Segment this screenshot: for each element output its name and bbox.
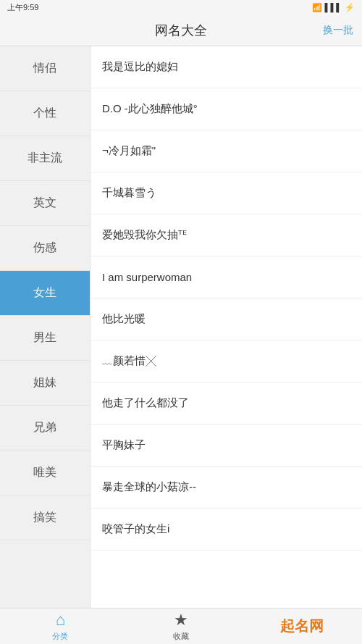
sidebar-label-male: 男生 — [33, 330, 56, 346]
sidebar-item-aesthetic[interactable]: 唯美 — [0, 451, 90, 495]
list-item[interactable]: 平胸妹子 — [90, 425, 362, 467]
sidebar-item-female[interactable]: 女生 — [0, 271, 90, 316]
sidebar-label-female: 女生 — [33, 285, 56, 301]
status-time: 上午9:59 — [7, 2, 38, 13]
sidebar-item-male[interactable]: 男生 — [0, 316, 90, 361]
battery-icon: ⚡ — [345, 3, 355, 12]
list-item[interactable]: 暴走全球的小菇凉-- — [90, 467, 362, 509]
list-item[interactable]: I am surperwoman — [90, 256, 362, 298]
sidebar-item-english[interactable]: 英文 — [0, 181, 90, 226]
content-list: 我是逗比的媳妇 D.O -此心独醉他城° ¬冷月如霜" 千城暮雪う 爱她毁我你欠… — [90, 46, 362, 608]
tab-category-label: 分类 — [52, 631, 68, 642]
list-item-text: 千城暮雪う — [102, 186, 156, 200]
tab-logo[interactable]: 起名网 — [241, 609, 362, 644]
list-item[interactable]: 爱她毁我你欠抽ᵀᴱ — [90, 214, 362, 256]
home-icon: ⌂ — [56, 611, 65, 630]
tab-bar: ⌂ 分类 ★ 收藏 起名网 — [0, 608, 362, 644]
list-item-text: 暴走全球的小菇凉-- — [102, 480, 196, 494]
list-item[interactable]: 他走了什么都没了 — [90, 382, 362, 425]
sidebar-label-funny: 搞笑 — [33, 510, 56, 525]
sidebar-label-emotional: 伤感 — [33, 241, 56, 256]
sidebar-item-brothers[interactable]: 兄弟 — [0, 406, 90, 451]
sidebar-item-funny[interactable]: 搞笑 — [0, 495, 90, 540]
star-icon: ★ — [174, 611, 188, 630]
list-item-text: 他比光暖 — [102, 312, 146, 326]
status-icons: 📶 ▌▌▌ ⚡ — [312, 3, 355, 12]
list-item[interactable]: 千城暮雪う — [90, 172, 362, 214]
sidebar-label-aesthetic: 唯美 — [33, 465, 56, 480]
sidebar-item-couple[interactable]: 情侣 — [0, 46, 90, 91]
sidebar-item-sisters[interactable]: 姐妹 — [0, 361, 90, 406]
list-item-text: 他走了什么都没了 — [102, 396, 189, 410]
sidebar-label-sisters: 姐妹 — [33, 375, 56, 390]
list-item-text: I am surperwoman — [102, 271, 192, 283]
list-item-text: ﹏颜若惜╳ — [102, 354, 156, 368]
list-item-text: 平胸妹子 — [102, 438, 146, 452]
sidebar-item-personality[interactable]: 个性 — [0, 91, 90, 136]
wifi-icon: 📶 — [312, 3, 322, 12]
list-item[interactable]: 他比光暖 — [90, 298, 362, 340]
sidebar-item-nonmainstream[interactable]: 非主流 — [0, 136, 90, 181]
list-item[interactable]: 我是逗比的媳妇 — [90, 46, 362, 88]
sidebar-label-personality: 个性 — [33, 106, 56, 121]
tab-favorites-label: 收藏 — [173, 631, 189, 642]
list-item-text: D.O -此心独醉他城° — [102, 102, 198, 116]
list-item[interactable]: 咬管子的女生i — [90, 509, 362, 551]
list-item-text: 爱她毁我你欠抽ᵀᴱ — [102, 228, 187, 242]
brand-logo: 起名网 — [280, 616, 324, 636]
list-item[interactable]: D.O -此心独醉他城° — [90, 88, 362, 130]
header-title: 网名大全 — [155, 22, 207, 39]
sidebar-label-brothers: 兄弟 — [33, 420, 56, 435]
signal-icon: ▌▌▌ — [325, 3, 342, 12]
tab-category[interactable]: ⌂ 分类 — [0, 609, 121, 644]
refresh-button[interactable]: 换一批 — [323, 24, 353, 37]
status-bar: 上午9:59 📶 ▌▌▌ ⚡ — [0, 0, 362, 14]
sidebar-label-nonmainstream: 非主流 — [28, 151, 62, 166]
list-item[interactable]: ﹏颜若惜╳ — [90, 340, 362, 382]
list-item-text: 我是逗比的媳妇 — [102, 60, 178, 74]
list-item-text: 咬管子的女生i — [102, 522, 169, 536]
list-item[interactable]: ¬冷月如霜" — [90, 130, 362, 172]
sidebar: 情侣 个性 非主流 英文 伤感 女生 男生 姐妹 兄弟 唯美 搞笑 — [0, 46, 90, 608]
tab-favorites[interactable]: ★ 收藏 — [121, 609, 242, 644]
sidebar-label-couple: 情侣 — [33, 61, 56, 76]
sidebar-label-english: 英文 — [33, 196, 56, 211]
main-content: 情侣 个性 非主流 英文 伤感 女生 男生 姐妹 兄弟 唯美 搞笑 — [0, 46, 362, 608]
list-item-text: ¬冷月如霜" — [102, 144, 156, 158]
header: 网名大全 换一批 — [0, 14, 362, 46]
sidebar-item-emotional[interactable]: 伤感 — [0, 226, 90, 271]
